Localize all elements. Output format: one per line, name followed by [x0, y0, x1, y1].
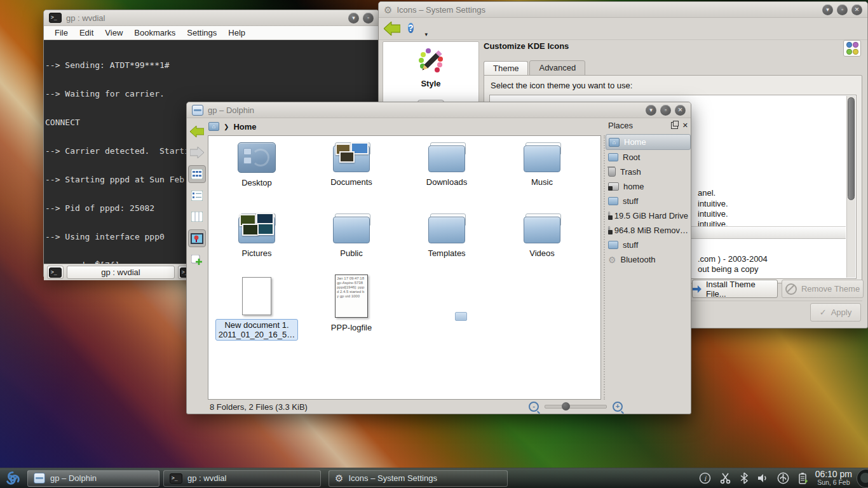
close-icon[interactable]: ✕ [675, 105, 686, 116]
folder-item-pictures[interactable]: Pictures [210, 214, 303, 258]
breadcrumb-home[interactable]: Home [233, 122, 256, 132]
zoom-out-icon[interactable]: - [529, 402, 539, 412]
place-stuff[interactable]: stuff [606, 194, 691, 208]
taskbar-task-system-settings[interactable]: ⚙ Icons – System Settings [329, 470, 508, 487]
zoom-slider-knob[interactable] [562, 402, 570, 410]
place-trash[interactable]: Trash [606, 165, 691, 179]
place-root[interactable]: Root [606, 150, 691, 165]
scrollbar-thumb[interactable] [848, 97, 855, 200]
battery-icon[interactable] [797, 472, 808, 485]
panel-toolbox-cashew[interactable] [855, 468, 868, 488]
menu-help[interactable]: Help [222, 28, 251, 37]
back-icon[interactable] [384, 22, 400, 36]
preview-button[interactable] [188, 229, 206, 247]
folder-view[interactable]: Desktop Documents Downloads [208, 135, 601, 400]
konsole-tab-label: gp : wvdial [101, 268, 140, 277]
install-theme-button[interactable]: Install Theme File... [692, 280, 778, 298]
icons-view-icon [191, 169, 203, 179]
menu-edit[interactable]: Edit [74, 28, 99, 37]
place-hard-drive[interactable]: 19.5 GiB Hard Drive [606, 208, 691, 223]
place-label: Bluetooth [621, 255, 656, 264]
places-header: Places [608, 121, 633, 130]
folder-item-documents[interactable]: Documents [305, 142, 398, 187]
columns-view-button[interactable] [189, 208, 205, 225]
folder-label: Videos [529, 248, 555, 258]
maximize-icon[interactable]: ▫ [660, 105, 671, 116]
notifications-icon[interactable]: i [699, 472, 711, 484]
maximize-icon[interactable]: ▫ [837, 4, 848, 15]
columns-view-icon [191, 212, 203, 222]
place-bluetooth[interactable]: ⚙ Bluetooth [606, 252, 691, 267]
task-label: gp : wvdial [187, 473, 226, 483]
taskbar-task-konsole[interactable]: >_ gp : wvdial [163, 470, 321, 487]
gear-icon: ⚙ [384, 5, 392, 15]
place-home-partition[interactable]: home [606, 179, 691, 194]
konsole-titlebar[interactable]: >_ gp : wvdial ▾ ▫ [44, 10, 379, 26]
remove-theme-button[interactable]: Remove Theme [782, 280, 864, 298]
volume-icon[interactable] [757, 472, 769, 484]
page-title: Customize KDE Icons [484, 41, 569, 51]
apply-button[interactable]: ✓ Apply [810, 303, 861, 322]
folder-label: Public [340, 248, 362, 258]
split-view-button[interactable] [189, 252, 205, 268]
folder-icon [608, 197, 618, 205]
device-notifier-usb-icon[interactable] [777, 472, 789, 484]
app-launcher-button[interactable] [0, 468, 25, 488]
system-settings-titlebar[interactable]: ⚙ Icons – System Settings ▾ ▫ ✕ [379, 2, 867, 18]
sidebar-item-style[interactable]: Style [421, 79, 440, 88]
konsole-tab[interactable]: gp : wvdial [67, 266, 175, 279]
folder-item-desktop[interactable]: Desktop [210, 142, 303, 187]
detach-panel-icon[interactable] [671, 122, 678, 129]
taskbar-task-dolphin[interactable]: gp – Dolphin [27, 470, 159, 487]
folder-item-music[interactable]: Music [496, 142, 588, 187]
zoom-in-icon[interactable]: + [613, 402, 623, 412]
menu-settings[interactable]: Settings [181, 28, 222, 37]
panel-splitter[interactable] [604, 135, 605, 400]
forward-button[interactable] [189, 144, 205, 161]
close-icon[interactable]: ✕ [851, 4, 862, 15]
home-folder-icon[interactable]: ⌂ [208, 122, 219, 131]
menu-file[interactable]: File [49, 28, 74, 37]
minimize-icon[interactable]: ▾ [822, 4, 833, 15]
hard-drive-icon [608, 226, 610, 234]
scrollbar[interactable] [846, 96, 855, 278]
place-label: stuff [623, 196, 638, 206]
klipper-scissors-icon[interactable] [719, 472, 731, 484]
dolphin-icon [34, 473, 45, 484]
forbidden-icon [785, 283, 797, 295]
folder-item-public[interactable]: Public [305, 214, 398, 258]
file-item-new-document[interactable]: New document 1. 2011_01_20_16_5… [210, 277, 303, 341]
minimize-icon[interactable]: ▾ [348, 13, 359, 24]
back-button[interactable] [189, 123, 205, 140]
close-panel-icon[interactable]: ✕ [682, 122, 688, 129]
place-removable-drive[interactable]: 964.8 MiB Remov… [606, 223, 691, 238]
icons-view-button[interactable] [188, 165, 206, 183]
place-label: 19.5 GiB Hard Drive [614, 211, 688, 220]
breadcrumb: ⌂ ❯ Home [208, 119, 257, 133]
file-item-ppp-logfile[interactable]: Jan 17 09:47:18 gp-Aspire-5738 pppd[1946… [305, 274, 398, 332]
details-view-button[interactable] [189, 187, 205, 204]
folder-item-videos[interactable]: Videos [496, 214, 588, 258]
place-stuff-2[interactable]: stuff [606, 238, 691, 252]
folder-item-downloads[interactable]: Downloads [400, 142, 493, 187]
maximize-icon[interactable]: ▫ [363, 13, 374, 24]
folder-item-templates[interactable]: Templates [400, 214, 493, 258]
zoom-slider[interactable] [545, 405, 607, 409]
minimize-icon[interactable]: ▾ [646, 105, 656, 116]
new-tab-button[interactable]: >_ [47, 266, 64, 279]
folder-icon [608, 153, 618, 161]
details-view-icon [191, 191, 203, 201]
help-button[interactable]: ? ▾ [408, 21, 423, 36]
style-icon[interactable] [416, 47, 445, 76]
tab-advanced[interactable]: Advanced [529, 60, 585, 76]
overview-button[interactable] [843, 40, 861, 57]
menu-bookmarks[interactable]: Bookmarks [128, 28, 181, 37]
place-home[interactable]: ⌂ Home [606, 134, 691, 150]
theme-description-fragment: intuitive. [698, 209, 728, 219]
clock[interactable]: 06:10 pm Sun, 6 Feb [815, 470, 852, 487]
system-tray: i [699, 472, 815, 485]
tab-theme[interactable]: Theme [484, 61, 528, 76]
dolphin-titlebar[interactable]: gp – Dolphin ▾ ▫ ✕ [187, 102, 691, 118]
menu-view[interactable]: View [99, 28, 128, 37]
bluetooth-icon[interactable] [740, 472, 749, 484]
